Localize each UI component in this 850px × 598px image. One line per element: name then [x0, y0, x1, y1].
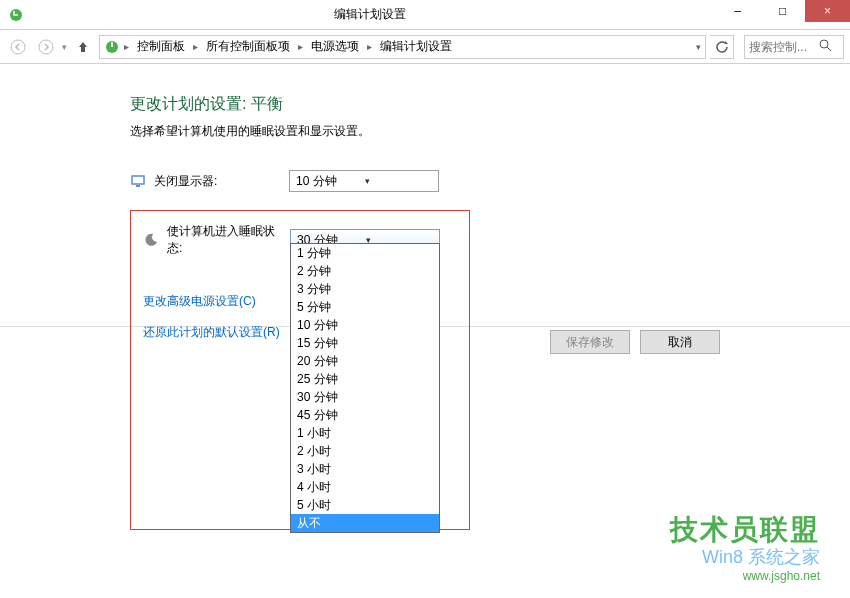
breadcrumb-item[interactable]: 所有控制面板项 — [202, 38, 294, 55]
display-off-label: 关闭显示器: — [154, 173, 289, 190]
display-off-value: 10 分钟 — [296, 173, 365, 190]
dropdown-option[interactable]: 30 分钟 — [291, 388, 439, 406]
window-controls: – □ × — [715, 0, 850, 29]
svg-point-2 — [39, 40, 53, 54]
advanced-settings-link[interactable]: 更改高级电源设置(C) — [143, 294, 256, 308]
svg-rect-4 — [111, 42, 113, 47]
cancel-button[interactable]: 取消 — [640, 330, 720, 354]
chevron-right-icon: ▸ — [296, 41, 305, 52]
dropdown-option[interactable]: 3 小时 — [291, 460, 439, 478]
save-button[interactable]: 保存修改 — [550, 330, 630, 354]
watermark-bg: Win8 系统之家 — [670, 545, 820, 569]
svg-point-1 — [11, 40, 25, 54]
restore-defaults-link[interactable]: 还原此计划的默认设置(R) — [143, 325, 280, 339]
dropdown-option[interactable]: 2 分钟 — [291, 262, 439, 280]
sleep-dropdown-list[interactable]: 1 分钟2 分钟3 分钟5 分钟10 分钟15 分钟20 分钟25 分钟30 分… — [290, 243, 440, 533]
page-title: 更改计划的设置: 平衡 — [130, 94, 720, 115]
breadcrumb-item[interactable]: 电源选项 — [307, 38, 363, 55]
dropdown-option[interactable]: 45 分钟 — [291, 406, 439, 424]
breadcrumb-dropdown-icon[interactable]: ▾ — [696, 42, 701, 52]
svg-line-6 — [827, 47, 831, 51]
content-area: 更改计划的设置: 平衡 选择希望计算机使用的睡眠设置和显示设置。 关闭显示器: … — [0, 64, 850, 530]
svg-rect-7 — [132, 176, 144, 184]
dropdown-option[interactable]: 2 小时 — [291, 442, 439, 460]
watermark-main: 技术员联盟 — [670, 511, 820, 549]
breadcrumb-item[interactable]: 编辑计划设置 — [376, 38, 456, 55]
dropdown-option[interactable]: 5 小时 — [291, 496, 439, 514]
dropdown-option[interactable]: 20 分钟 — [291, 352, 439, 370]
maximize-button[interactable]: □ — [760, 0, 805, 22]
watermark: 技术员联盟 Win8 系统之家 www.jsgho.net — [670, 511, 820, 583]
dropdown-option[interactable]: 10 分钟 — [291, 316, 439, 334]
dropdown-option[interactable]: 5 分钟 — [291, 298, 439, 316]
dropdown-option[interactable]: 1 分钟 — [291, 244, 439, 262]
chevron-down-icon: ▾ — [365, 176, 434, 186]
chevron-right-icon: ▸ — [191, 41, 200, 52]
dropdown-option[interactable]: 25 分钟 — [291, 370, 439, 388]
breadcrumb-item[interactable]: 控制面板 — [133, 38, 189, 55]
breadcrumb[interactable]: ▸ 控制面板 ▸ 所有控制面板项 ▸ 电源选项 ▸ 编辑计划设置 ▾ — [99, 35, 706, 59]
chevron-right-icon: ▸ — [365, 41, 374, 52]
display-off-row: 关闭显示器: 10 分钟 ▾ — [130, 170, 720, 192]
display-off-dropdown[interactable]: 10 分钟 ▾ — [289, 170, 439, 192]
watermark-url: www.jsgho.net — [670, 569, 820, 583]
navbar: ▾ ▸ 控制面板 ▸ 所有控制面板项 ▸ 电源选项 ▸ 编辑计划设置 ▾ — [0, 30, 850, 64]
svg-point-5 — [820, 40, 828, 48]
close-button[interactable]: × — [805, 0, 850, 22]
minimize-button[interactable]: – — [715, 0, 760, 22]
dropdown-option[interactable]: 从不 — [291, 514, 439, 532]
page-subtitle: 选择希望计算机使用的睡眠设置和显示设置。 — [130, 123, 720, 140]
back-button[interactable] — [6, 35, 30, 59]
highlight-box: 使计算机进入睡眠状态: 30 分钟 ▾ 更改高级电源设置(C) 还原此计划的默认… — [130, 210, 470, 530]
search-input[interactable] — [749, 40, 819, 54]
sleep-label: 使计算机进入睡眠状态: — [167, 223, 290, 257]
refresh-button[interactable] — [710, 35, 734, 59]
button-bar: 保存修改 取消 — [550, 330, 720, 354]
monitor-icon — [130, 173, 146, 189]
titlebar: 编辑计划设置 – □ × — [0, 0, 850, 30]
dropdown-option[interactable]: 4 小时 — [291, 478, 439, 496]
dropdown-option[interactable]: 3 分钟 — [291, 280, 439, 298]
dropdown-option[interactable]: 1 小时 — [291, 424, 439, 442]
moon-icon — [143, 232, 159, 248]
forward-button[interactable] — [34, 35, 58, 59]
svg-rect-8 — [136, 185, 140, 187]
power-icon — [104, 39, 120, 55]
window-title: 编辑计划设置 — [24, 6, 715, 23]
chevron-right-icon: ▸ — [122, 41, 131, 52]
history-dropdown-icon[interactable]: ▾ — [62, 42, 67, 52]
search-icon[interactable] — [819, 39, 832, 55]
app-icon — [8, 7, 24, 23]
search-box[interactable] — [744, 35, 844, 59]
up-button[interactable] — [71, 35, 95, 59]
dropdown-option[interactable]: 15 分钟 — [291, 334, 439, 352]
